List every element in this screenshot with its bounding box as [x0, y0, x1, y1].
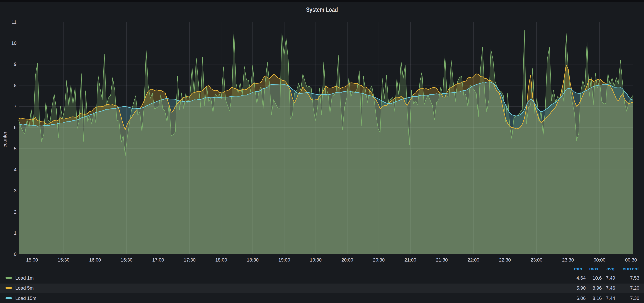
svg-text:17:00: 17:00	[152, 257, 164, 262]
svg-text:15:00: 15:00	[26, 257, 38, 262]
svg-text:20:00: 20:00	[342, 257, 353, 262]
svg-text:18:00: 18:00	[215, 257, 227, 262]
svg-text:18:30: 18:30	[247, 257, 258, 262]
svg-text:2: 2	[14, 209, 16, 214]
svg-text:4: 4	[14, 167, 16, 172]
svg-text:19:30: 19:30	[310, 257, 322, 262]
svg-text:System Load: System Load	[306, 6, 338, 13]
svg-text:15:30: 15:30	[58, 257, 69, 262]
svg-text:22:30: 22:30	[499, 257, 511, 262]
svg-text:9: 9	[14, 62, 16, 67]
svg-text:7: 7	[14, 104, 16, 109]
svg-text:8.96: 8.96	[592, 285, 602, 290]
svg-text:6.06: 6.06	[576, 296, 586, 301]
svg-text:20:30: 20:30	[373, 257, 385, 262]
svg-text:16:00: 16:00	[89, 257, 101, 262]
svg-text:7.46: 7.46	[606, 285, 615, 290]
svg-text:1: 1	[14, 230, 16, 236]
svg-text:max: max	[589, 266, 599, 271]
svg-text:00:30: 00:30	[625, 257, 637, 262]
svg-text:3: 3	[14, 188, 16, 193]
svg-text:11: 11	[12, 20, 16, 25]
svg-text:min: min	[574, 266, 582, 271]
svg-text:7.30: 7.30	[630, 296, 639, 301]
svg-text:7.44: 7.44	[606, 296, 615, 301]
svg-text:8: 8	[14, 83, 16, 88]
svg-text:19:00: 19:00	[278, 257, 290, 262]
svg-text:7.53: 7.53	[630, 275, 639, 280]
svg-text:00:00: 00:00	[594, 257, 605, 262]
svg-text:7.20: 7.20	[630, 285, 639, 290]
svg-text:10.6: 10.6	[592, 275, 602, 280]
svg-text:5: 5	[14, 146, 16, 151]
svg-text:0: 0	[14, 252, 16, 257]
svg-text:16:30: 16:30	[121, 257, 132, 262]
svg-text:22:00: 22:00	[468, 257, 479, 262]
svg-text:Load 5m: Load 5m	[15, 285, 34, 290]
svg-text:7.49: 7.49	[606, 275, 615, 280]
svg-text:current: current	[622, 266, 639, 271]
svg-text:6: 6	[14, 125, 16, 130]
svg-text:counter: counter	[2, 132, 8, 147]
svg-text:17:30: 17:30	[184, 257, 196, 262]
svg-text:Load 1m: Load 1m	[15, 275, 34, 280]
svg-text:21:00: 21:00	[404, 257, 416, 262]
svg-text:avg: avg	[606, 266, 614, 271]
svg-text:10: 10	[11, 40, 16, 46]
svg-text:Load 15m: Load 15m	[15, 296, 36, 301]
svg-text:8.16: 8.16	[592, 296, 602, 301]
svg-text:21:30: 21:30	[436, 257, 448, 262]
svg-text:23:00: 23:00	[530, 257, 542, 262]
svg-text:23:30: 23:30	[562, 257, 574, 262]
svg-text:4.64: 4.64	[576, 275, 586, 280]
svg-text:5.90: 5.90	[576, 285, 586, 290]
